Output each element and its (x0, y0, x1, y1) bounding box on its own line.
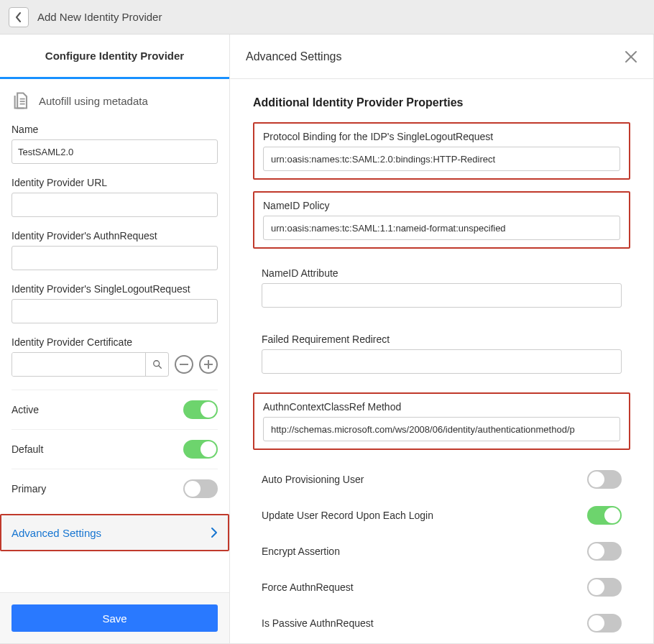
svg-rect-4 (204, 364, 213, 365)
svg-rect-2 (180, 364, 188, 365)
default-toggle[interactable] (183, 440, 218, 459)
save-button[interactable]: Save (11, 604, 218, 632)
nameid-attr-input[interactable] (262, 283, 622, 308)
is-passive-toggle[interactable] (587, 614, 622, 632)
right-panel-title: Advanced Settings (246, 50, 341, 63)
cert-label: Identity Provider Certificate (11, 336, 218, 348)
is-passive-label: Is Passive AuthnRequest (262, 617, 374, 629)
primary-label: Primary (11, 483, 46, 494)
authn-request-label: Identity Provider's AuthnRequest (11, 230, 218, 242)
nameid-policy-label: NameID Policy (263, 200, 620, 211)
auto-prov-label: Auto Provisioning User (262, 474, 364, 485)
url-input[interactable] (11, 193, 218, 217)
chevron-right-icon (211, 527, 218, 538)
cert-search-button[interactable] (145, 353, 168, 376)
search-icon (152, 359, 162, 369)
cert-remove-button[interactable] (175, 355, 193, 374)
svg-line-1 (158, 366, 161, 369)
close-button[interactable] (625, 50, 637, 63)
autofill-metadata[interactable]: Autofill using metadata (11, 91, 218, 111)
slo-request-input[interactable] (11, 299, 218, 323)
name-input[interactable] (11, 139, 218, 164)
back-button[interactable] (9, 7, 29, 27)
authn-method-label: AuthnContextClassRef Method (263, 401, 620, 413)
update-login-toggle[interactable] (587, 506, 622, 525)
default-label: Default (11, 443, 43, 455)
authn-method-input[interactable] (263, 417, 620, 441)
plus-icon (204, 360, 213, 369)
authn-request-input[interactable] (11, 246, 218, 270)
advanced-settings-row[interactable]: Advanced Settings (0, 514, 229, 551)
primary-toggle[interactable] (183, 479, 218, 498)
slo-request-label: Identity Provider's SingleLogoutRequest (11, 283, 218, 295)
cert-add-button[interactable] (199, 355, 218, 374)
force-authn-label: Force AuthnRequest (262, 581, 354, 593)
force-authn-toggle[interactable] (587, 578, 622, 597)
name-label: Name (11, 124, 218, 135)
active-label: Active (11, 404, 39, 415)
encrypt-toggle[interactable] (587, 542, 622, 561)
failed-redirect-input[interactable] (262, 349, 622, 374)
nameid-policy-input[interactable] (263, 216, 620, 240)
failed-redirect-label: Failed Requirement Redirect (262, 334, 622, 345)
left-panel: Configure Identity Provider Autofill usi… (0, 34, 230, 644)
chevron-left-icon (15, 12, 22, 22)
minus-icon (180, 364, 188, 365)
binding-input[interactable] (263, 147, 620, 171)
url-label: Identity Provider URL (11, 177, 218, 188)
left-panel-header: Configure Identity Provider (0, 34, 229, 79)
nameid-attr-label: NameID Attribute (262, 267, 622, 279)
active-toggle[interactable] (183, 400, 218, 419)
encrypt-label: Encrypt Assertion (262, 546, 340, 557)
topbar: Add New Identity Provider (0, 0, 654, 34)
right-panel: Advanced Settings Additional Identity Pr… (230, 34, 654, 644)
auto-prov-toggle[interactable] (587, 470, 622, 489)
document-icon (11, 91, 32, 111)
update-login-label: Update User Record Upon Each Login (262, 510, 433, 521)
binding-label: Protocol Binding for the IDP's SingleLog… (263, 131, 620, 142)
close-icon (625, 50, 637, 63)
cert-input[interactable] (12, 353, 145, 376)
section-title: Additional Identity Provider Properties (253, 96, 630, 109)
autofill-label: Autofill using metadata (39, 95, 148, 107)
advanced-settings-label: Advanced Settings (11, 527, 101, 539)
page-title: Add New Identity Provider (37, 11, 162, 23)
